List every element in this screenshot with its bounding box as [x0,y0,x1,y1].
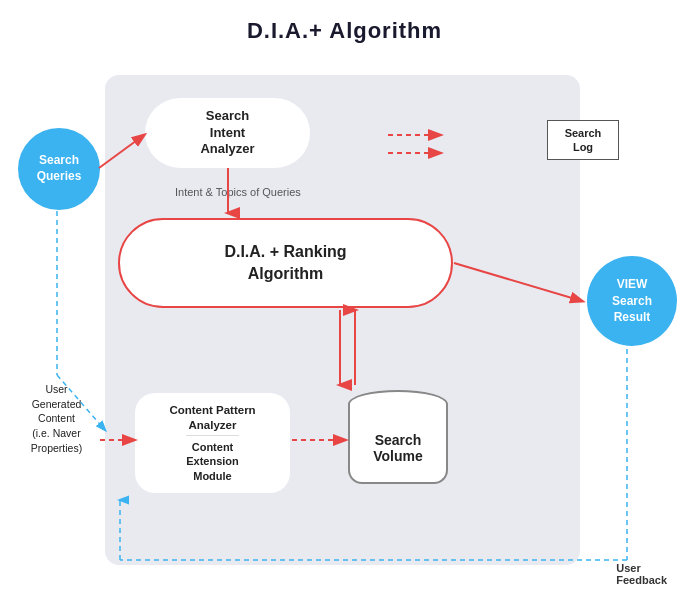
user-generated-content-node: User Generated Content (i.e. Naver Prope… [14,382,99,455]
content-pattern-analyzer-node: Content Pattern Analyzer Content Extensi… [135,393,290,493]
search-log-node: Search Log [547,120,619,160]
intent-topics-label: Intent & Topics of Queries [175,186,301,198]
page-container: D.I.A.+ Algorithm Search Queries VIEW Se… [0,0,689,598]
view-search-result-node: VIEW Search Result [587,256,677,346]
search-intent-analyzer-node: Search Intent Analyzer [145,98,310,168]
page-title: D.I.A.+ Algorithm [0,0,689,44]
content-extension-label: Content Extension Module [186,435,239,483]
user-feedback-label: User Feedback [616,562,667,586]
dia-ranking-algorithm-node: D.I.A. + Ranking Algorithm [118,218,453,308]
content-pattern-label: Content Pattern Analyzer [169,403,255,433]
cylinder-body: Search Volume [348,404,448,484]
search-volume-node: Search Volume [348,390,448,495]
search-queries-node: Search Queries [18,128,100,210]
